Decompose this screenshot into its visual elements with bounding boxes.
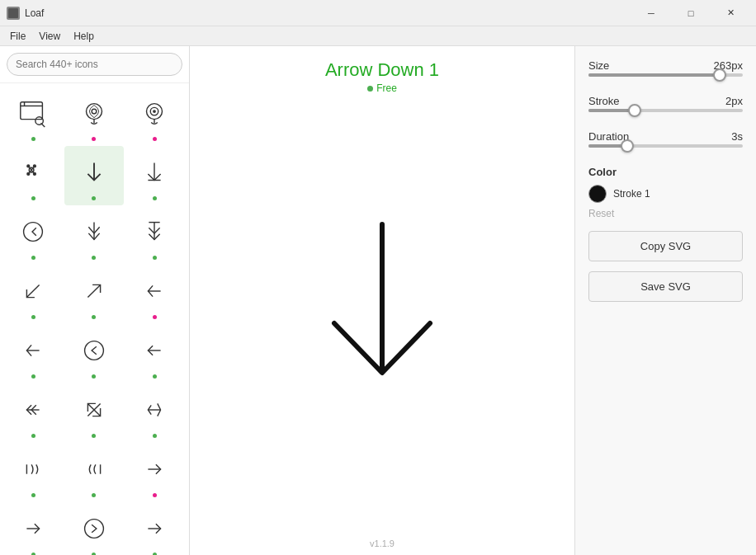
dot-green xyxy=(31,196,35,200)
list-item[interactable] xyxy=(3,87,63,146)
stroke-label: Stroke xyxy=(588,95,620,107)
svg-line-28 xyxy=(87,285,100,297)
duration-slider-track[interactable] xyxy=(588,144,743,148)
stroke-slider-track[interactable] xyxy=(588,109,743,112)
list-item[interactable] xyxy=(3,265,63,324)
list-item[interactable] xyxy=(125,443,184,502)
menu-view[interactable]: View xyxy=(32,29,67,44)
window-controls: ─ □ ✕ xyxy=(632,0,749,26)
list-item[interactable] xyxy=(125,324,184,383)
dot-green xyxy=(92,196,96,200)
svg-point-44 xyxy=(84,520,103,539)
list-item[interactable] xyxy=(64,205,124,265)
size-control: Size 263px xyxy=(588,59,743,85)
list-item[interactable] xyxy=(3,324,63,383)
copy-svg-button[interactable]: Copy SVG xyxy=(588,231,743,261)
size-label: Size xyxy=(588,59,609,72)
reset-button[interactable]: Reset xyxy=(588,206,743,221)
stroke1-label: Stroke 1 xyxy=(613,188,650,200)
stroke1-swatch[interactable] xyxy=(588,185,607,203)
save-svg-button[interactable]: Save SVG xyxy=(588,271,743,302)
svg-point-6 xyxy=(86,104,102,120)
close-button[interactable]: ✕ xyxy=(711,0,749,26)
dot-pink xyxy=(153,315,157,319)
right-panel: Size 263px Stroke 2px Duration 3s xyxy=(574,46,756,555)
svg-point-17 xyxy=(27,172,30,175)
stroke-value: 2px xyxy=(725,95,743,107)
list-item[interactable] xyxy=(3,205,63,265)
svg-line-5 xyxy=(41,123,45,127)
preview-area: Arrow Down 1 Free v1.1.9 xyxy=(190,46,574,555)
dot-green xyxy=(31,374,35,379)
duration-value: 3s xyxy=(731,130,743,143)
list-item[interactable] xyxy=(125,87,184,146)
dot-green xyxy=(153,196,157,200)
duration-row: Duration 3s xyxy=(588,130,743,143)
preview-badge-label: Free xyxy=(376,82,397,94)
search-box xyxy=(0,46,189,83)
arrow-preview xyxy=(300,216,465,414)
search-input[interactable] xyxy=(7,53,182,76)
dot-green xyxy=(153,374,157,379)
dot-green xyxy=(92,256,96,260)
svg-point-7 xyxy=(92,109,97,114)
list-item[interactable] xyxy=(125,265,184,324)
duration-slider-thumb[interactable] xyxy=(621,139,634,153)
stroke-row: Stroke 2px xyxy=(588,95,743,107)
stroke-control: Stroke 2px xyxy=(588,95,743,120)
list-item[interactable] xyxy=(125,502,184,555)
app-title: Loaf xyxy=(25,7,44,19)
list-item[interactable] xyxy=(64,146,124,205)
size-slider-thumb[interactable] xyxy=(713,68,726,82)
svg-point-31 xyxy=(84,341,103,360)
list-item[interactable] xyxy=(64,443,124,502)
svg-line-27 xyxy=(26,285,39,297)
dot-pink xyxy=(153,493,157,497)
svg-line-39 xyxy=(158,410,161,416)
main-container: Arrow Down 1 Free v1.1.9 Size 263px xyxy=(0,46,756,555)
preview-canvas xyxy=(190,97,574,532)
preview-title: Arrow Down 1 xyxy=(325,59,439,81)
titlebar: Loaf ─ □ ✕ xyxy=(0,0,756,26)
dot-green xyxy=(31,315,35,319)
version-label: v1.1.9 xyxy=(363,532,401,555)
icon-grid xyxy=(0,83,189,555)
list-item[interactable] xyxy=(125,146,184,205)
svg-point-11 xyxy=(153,110,156,113)
list-item[interactable] xyxy=(64,502,124,555)
preview-header: Arrow Down 1 Free xyxy=(325,46,439,97)
titlebar-left: Loaf xyxy=(7,7,44,20)
svg-line-38 xyxy=(158,403,161,410)
dot-pink xyxy=(92,137,96,141)
maximize-button[interactable]: □ xyxy=(672,0,710,26)
list-item[interactable] xyxy=(3,383,63,443)
svg-point-16 xyxy=(33,165,35,167)
minimize-button[interactable]: ─ xyxy=(632,0,670,26)
list-item[interactable] xyxy=(64,87,124,146)
list-item[interactable] xyxy=(3,502,63,555)
color-section-label: Color xyxy=(588,166,743,178)
menu-file[interactable]: File xyxy=(3,29,32,44)
svg-point-18 xyxy=(33,172,35,175)
svg-rect-0 xyxy=(8,8,18,18)
sidebar xyxy=(0,46,190,555)
size-slider-track[interactable] xyxy=(588,73,743,77)
list-item[interactable] xyxy=(3,443,63,502)
dot-green xyxy=(92,374,96,379)
dot-green xyxy=(92,493,96,497)
menu-help[interactable]: Help xyxy=(67,29,101,44)
list-item[interactable] xyxy=(64,324,124,383)
list-item[interactable] xyxy=(64,383,124,443)
list-item[interactable] xyxy=(125,383,184,443)
list-item[interactable] xyxy=(125,205,184,265)
color-section: Color Stroke 1 Reset xyxy=(588,166,743,221)
dot-green xyxy=(92,315,96,319)
svg-point-15 xyxy=(27,165,30,167)
list-item[interactable] xyxy=(3,146,63,205)
free-badge-dot xyxy=(367,86,373,92)
stroke-slider-thumb[interactable] xyxy=(628,104,641,117)
list-item[interactable] xyxy=(64,265,124,324)
dot-green xyxy=(31,434,35,438)
size-slider-fill xyxy=(588,73,720,77)
preview-badge: Free xyxy=(325,82,439,94)
